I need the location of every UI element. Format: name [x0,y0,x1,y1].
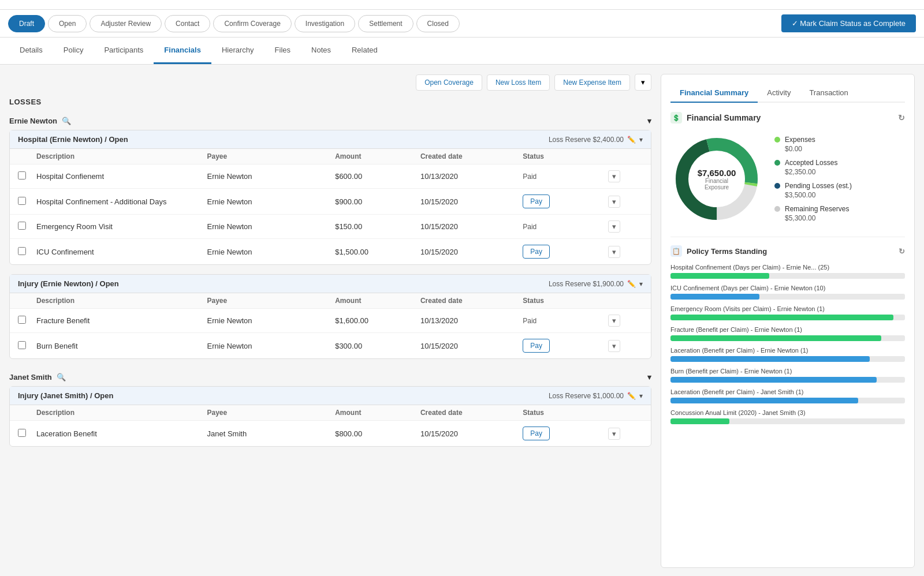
col-amount: Amount [335,409,420,417]
legend-value-accepted_losses: $2,350.00 [785,168,837,176]
financial-summary-heading: Financial Summary [687,113,761,122]
tab-financials[interactable]: Financials [154,38,211,64]
open-coverage-button[interactable]: Open Coverage [416,74,482,91]
policy-bar-track-concussion [670,418,905,424]
policy-bar-track-hosp_conf [670,273,905,279]
row-dropdown[interactable]: ▾ [608,340,620,352]
step-draft[interactable]: Draft [8,15,45,32]
policy-terms-refresh[interactable]: ↻ [899,247,905,256]
col-amount: Amount [335,152,420,160]
policy-bar-fill-burn [670,377,877,383]
col-status: Status [523,152,608,160]
policy-bar-label-laceration_janet: Laceration (Benefit per Claim) - Janet S… [670,388,905,395]
subgroup-header-injury_janet: Injury (Janet Smith) / Open Loss Reserve… [10,387,651,405]
legend-label-remaining_reserves: Remaining Reserves [785,205,849,213]
tab-participants[interactable]: Participants [94,38,154,64]
new-expense-item-button[interactable]: New Expense Item [554,74,630,91]
row-status: Paid [523,316,608,325]
tab-related[interactable]: Related [341,38,388,64]
legend-value-remaining_reserves: $5,300.00 [785,214,849,222]
row-checkbox[interactable] [18,171,26,179]
subgroup-chevron[interactable]: ▾ [639,136,643,144]
edit-reserve-icon[interactable]: ✏️ [627,392,636,400]
subgroup-title: Hospital (Ernie Newton) / Open [18,135,128,144]
person-header-ernie_newton: Ernie Newton 🔍▾ [9,112,651,130]
policy-bar-laceration_ernie: Laceration (Benefit per Claim) - Ernie N… [670,347,905,362]
step-contact[interactable]: Contact [165,15,210,32]
person-chevron-janet_smith[interactable]: ▾ [647,373,651,381]
row-payee: Ernie Newton [207,197,336,206]
toolbar-more-dropdown[interactable]: ▾ [635,74,651,91]
pay-button[interactable]: Pay [523,245,550,259]
row-dropdown[interactable]: ▾ [608,428,620,440]
pay-button[interactable]: Pay [523,195,550,208]
tabs-bar: DetailsPolicyParticipantsFinancialsHiera… [0,38,924,65]
right-tab-financial_summary[interactable]: Financial Summary [670,84,758,103]
row-date: 10/15/2020 [420,222,523,231]
person-search-icon[interactable]: 🔍 [62,117,71,125]
edit-reserve-icon[interactable]: ✏️ [627,280,636,288]
right-tab-transaction[interactable]: Transaction [800,84,857,103]
tab-files[interactable]: Files [264,38,301,64]
row-checkbox[interactable] [18,222,26,230]
person-chevron-ernie_newton[interactable]: ▾ [647,117,651,125]
row-dropdown[interactable]: ▾ [608,246,620,258]
donut-label: Financial Exposure [694,178,740,190]
person-search-icon[interactable]: 🔍 [57,373,66,381]
subgroup-title: Injury (Janet Smith) / Open [18,391,113,400]
step-confirm[interactable]: Confirm Coverage [213,15,291,32]
policy-bar-er_visit: Emergency Room (Visits per Claim) - Erni… [670,305,905,320]
policy-bar-burn: Burn (Benefit per Claim) - Ernie Newton … [670,368,905,383]
subgroup-title: Injury (Ernie Newton) / Open [18,279,119,288]
policy-bar-label-hosp_conf: Hospital Confinement (Days per Claim) - … [670,264,905,271]
row-status: Paid [523,172,608,181]
row-date: 10/13/2020 [420,316,523,325]
policy-terms-title: Policy Terms Standing [687,247,767,256]
row-checkbox[interactable] [18,341,26,349]
mark-complete-button[interactable]: ✓ Mark Claim Status as Complete [781,14,916,32]
policy-bar-hosp_conf: Hospital Confinement (Days per Claim) - … [670,264,905,279]
row-checkbox[interactable] [18,247,26,255]
status-paid: Paid [523,223,536,231]
policy-bar-fill-icu_conf [670,294,759,300]
row-checkbox[interactable] [18,429,26,437]
tab-details[interactable]: Details [9,38,53,64]
row-payee: Ernie Newton [207,172,336,181]
donut-amount: $7,650.00 [694,168,740,178]
row-dropdown[interactable]: ▾ [608,220,620,233]
column-headers: DescriptionPayeeAmountCreated dateStatus [10,149,651,164]
subgroup-chevron[interactable]: ▾ [639,392,643,400]
legend-value-pending_losses: $3,500.00 [785,191,852,199]
row-dropdown[interactable]: ▾ [608,196,620,208]
new-loss-item-button[interactable]: New Loss Item [487,74,550,91]
col-description: Description [36,152,207,160]
step-adjuster[interactable]: Adjuster Review [90,15,162,32]
step-settlement[interactable]: Settlement [358,15,413,32]
row-dropdown[interactable]: ▾ [608,315,620,327]
step-open[interactable]: Open [48,15,87,32]
tab-hierarchy[interactable]: Hierarchy [211,38,264,64]
row-dropdown[interactable]: ▾ [608,170,620,182]
policy-bar-label-concussion: Concussion Anual Limit (2020) - Janet Sm… [670,409,905,416]
policy-bar-concussion: Concussion Anual Limit (2020) - Janet Sm… [670,409,905,424]
tab-notes[interactable]: Notes [301,38,341,64]
row-checkbox[interactable] [18,197,26,205]
step-investigation[interactable]: Investigation [295,15,355,32]
row-payee: Ernie Newton [207,316,336,325]
person-name: Janet Smith [9,373,52,381]
subgroup-chevron[interactable]: ▾ [639,280,643,288]
edit-reserve-icon[interactable]: ✏️ [627,136,636,144]
policy-bar-label-fracture: Fracture (Benefit per Claim) - Ernie New… [670,326,905,333]
col-payee: Payee [207,152,336,160]
row-checkbox[interactable] [18,316,26,324]
tab-policy[interactable]: Policy [53,38,94,64]
losses-label: LOSSES [9,98,651,106]
col-description: Description [36,297,207,305]
right-tab-activity[interactable]: Activity [758,84,800,103]
pay-button[interactable]: Pay [523,427,550,440]
pay-button[interactable]: Pay [523,339,550,353]
refresh-icon[interactable]: ↻ [898,113,905,122]
legend-item-expenses: Expenses $0.00 [774,136,852,153]
legend-dot-remaining_reserves [774,206,780,212]
step-closed[interactable]: Closed [416,15,460,32]
